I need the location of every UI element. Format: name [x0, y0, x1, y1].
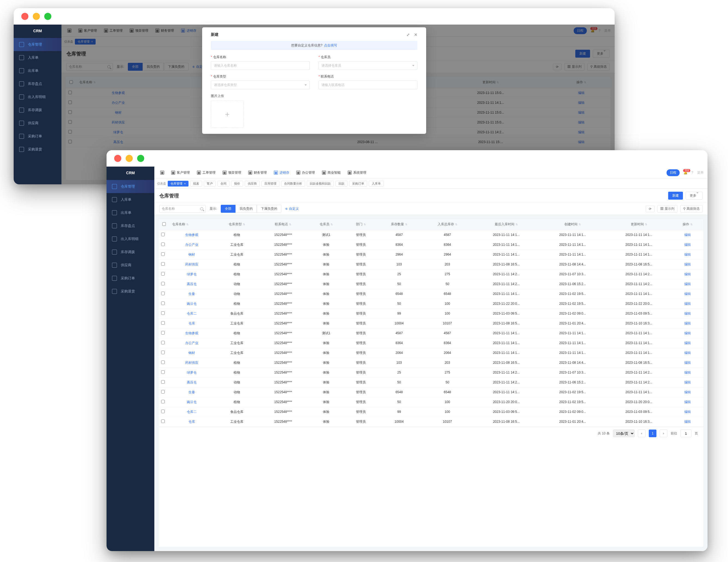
select-all-checkbox[interactable] — [162, 222, 166, 226]
warehouse-name-input[interactable]: 请输入仓库名称 — [211, 61, 310, 70]
subtab-6[interactable]: 应用管理 — [261, 181, 279, 187]
pager-size[interactable]: 10条/页 — [613, 429, 635, 437]
nav-tab-6[interactable]: 商业智能 — [320, 169, 343, 177]
warehouse-name-link[interactable]: 仓库二 — [187, 410, 197, 414]
custom-filter-link[interactable]: ⊕ 自定义 — [285, 207, 299, 211]
edit-link[interactable]: 编辑 — [684, 233, 691, 237]
row-checkbox[interactable] — [161, 360, 165, 364]
sidebar-item-5[interactable]: 库存调拨 — [14, 104, 61, 117]
row-checkbox[interactable] — [161, 351, 165, 354]
nav-tab-1[interactable]: 工单管理 — [195, 169, 218, 177]
edit-link[interactable]: 编辑 — [684, 263, 691, 266]
subtab-5[interactable]: 供应商 — [245, 181, 260, 187]
edit-link[interactable]: 编辑 — [684, 370, 691, 374]
warehouse-staff-select[interactable]: 请选择仓库员 — [319, 61, 417, 70]
col-1[interactable]: 仓库名称⇅ — [169, 219, 214, 230]
edit-link[interactable]: 编辑 — [684, 351, 691, 355]
edit-link[interactable]: 编辑 — [684, 380, 691, 384]
warehouse-name-link[interactable]: 绿萝仓 — [187, 370, 197, 374]
subtab-3[interactable]: 合同 — [217, 181, 229, 187]
modal-tip-link[interactable]: 点击填写 — [324, 43, 337, 47]
pager-prev[interactable]: ‹ — [638, 429, 646, 437]
edit-link[interactable]: 编辑 — [684, 311, 691, 315]
warehouse-name-link[interactable]: 豌豆仓 — [187, 302, 197, 305]
sidebar-item-1[interactable]: 入库单 — [107, 193, 154, 206]
notification-icon[interactable]: 🔔203 — [683, 171, 688, 175]
row-checkbox[interactable] — [161, 272, 165, 276]
calendar-pill[interactable]: 日程 — [667, 169, 680, 176]
warehouse-name-link[interactable]: 钢材 — [188, 253, 195, 257]
warehouse-name-link[interactable]: 办公产业 — [185, 341, 198, 345]
col-3[interactable]: 联系电话⇅ — [259, 219, 307, 230]
row-checkbox[interactable] — [161, 321, 165, 325]
edit-link[interactable]: 编辑 — [684, 292, 691, 296]
sidebar-item-2[interactable]: 出库单 — [107, 206, 154, 219]
seg-sub[interactable]: 下属负责的 — [257, 205, 281, 213]
warehouse-name-link[interactable]: 仓库 — [188, 420, 195, 423]
avatar[interactable]: 菜单 — [697, 171, 704, 175]
nav-tab-0[interactable]: 客户管理 — [169, 169, 192, 177]
refresh-button[interactable]: ⟳ — [646, 206, 655, 212]
seg-mine[interactable]: 我负责的 — [235, 205, 257, 213]
help-icon[interactable]: ? — [691, 171, 693, 175]
close-icon[interactable]: ✕ — [414, 33, 417, 37]
search-input[interactable]: 仓库名称 — [159, 205, 206, 213]
image-upload[interactable]: ＋ — [211, 101, 244, 128]
subtab-7[interactable]: 合同数量分析 — [281, 181, 305, 187]
show-cols-button[interactable]: ☰ 显示列 — [657, 205, 677, 213]
col-2[interactable]: 仓库类型⇅ — [214, 219, 259, 230]
pager-page-1[interactable]: 1 — [649, 429, 656, 437]
adv-filter-button[interactable]: ⚲ 高级筛选 — [680, 205, 703, 213]
row-checkbox[interactable] — [161, 380, 165, 384]
row-checkbox[interactable] — [161, 390, 165, 393]
warehouse-name-link[interactable]: 绿萝仓 — [187, 272, 197, 276]
row-checkbox[interactable] — [161, 291, 165, 295]
sidebar-item-7[interactable]: 采购订单 — [107, 272, 154, 285]
col-9[interactable]: 创建时间⇅ — [540, 219, 606, 230]
maximize-window-button[interactable] — [44, 13, 51, 20]
minimize-window-button[interactable] — [33, 13, 40, 20]
sidebar-item-0[interactable]: 仓库管理 — [107, 180, 154, 193]
subtab-10[interactable]: 采购订单 — [349, 181, 367, 187]
sidebar-item-8[interactable]: 采购退货 — [107, 285, 154, 298]
sidebar-item-0[interactable]: 仓库管理 — [14, 38, 61, 51]
edit-link[interactable]: 编辑 — [684, 302, 691, 305]
nav-tab-4[interactable]: 进销存 — [272, 169, 291, 177]
row-checkbox[interactable] — [161, 262, 165, 266]
col-11[interactable]: 操作⇅ — [672, 219, 703, 230]
row-checkbox[interactable] — [161, 252, 165, 256]
warehouse-phone-input[interactable]: 请输入联系电话 — [319, 81, 417, 89]
pager-next[interactable]: › — [660, 429, 667, 437]
nav-tab-7[interactable]: 系统管理 — [346, 169, 369, 177]
sidebar-item-1[interactable]: 入库单 — [14, 51, 61, 64]
sidebar-item-6[interactable]: 供应商 — [14, 117, 61, 130]
col-8[interactable]: 最后入库时间⇅ — [473, 219, 540, 230]
pager-jump-input[interactable] — [680, 429, 691, 437]
nav-tab-5[interactable]: 办公管理 — [294, 169, 317, 177]
warehouse-name-link[interactable]: 药材供应 — [185, 263, 198, 266]
warehouse-name-link[interactable]: 药材供应 — [185, 361, 198, 364]
subtab-4[interactable]: 报价 — [231, 181, 243, 187]
row-checkbox[interactable] — [161, 243, 165, 246]
nav-tab-3[interactable]: 财务管理 — [246, 169, 269, 177]
warehouse-name-link[interactable]: 高压仓 — [187, 380, 197, 384]
close-icon[interactable]: × — [184, 182, 186, 185]
edit-link[interactable]: 编辑 — [684, 361, 691, 364]
expand-icon[interactable]: ⤢ — [406, 33, 410, 37]
sidebar-item-8[interactable]: 采购退货 — [14, 143, 61, 156]
close-window-button[interactable] — [21, 13, 28, 20]
edit-link[interactable]: 编辑 — [684, 243, 691, 247]
warehouse-name-link[interactable]: 仓库二 — [187, 311, 197, 315]
warehouse-name-link[interactable]: 生姜 — [188, 292, 195, 296]
warehouse-type-select[interactable]: 请选择仓库类型 — [211, 81, 310, 89]
edit-link[interactable]: 编辑 — [684, 420, 691, 423]
more-button[interactable]: 更多 — [686, 192, 703, 200]
subtab-1[interactable]: 线索 — [190, 181, 202, 187]
sidebar-item-5[interactable]: 库存调拨 — [107, 246, 154, 259]
col-6[interactable]: 库存数量⇅ — [377, 219, 422, 230]
edit-link[interactable]: 编辑 — [684, 272, 691, 276]
row-checkbox[interactable] — [161, 410, 165, 413]
edit-link[interactable]: 编辑 — [684, 341, 691, 345]
sidebar-item-4[interactable]: 出入库明细 — [14, 90, 61, 104]
edit-link[interactable]: 编辑 — [684, 282, 691, 286]
